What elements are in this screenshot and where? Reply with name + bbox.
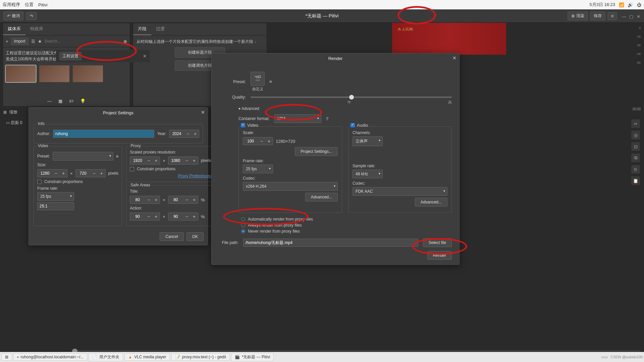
star-icon[interactable]: ★: [38, 39, 42, 44]
preset-custom-button[interactable]: 🎬: [251, 72, 265, 86]
menu-location[interactable]: 位置: [25, 2, 34, 8]
task-item[interactable]: 📝proxy.mov.text (~) - gedit: [171, 353, 230, 361]
cut-tool-icon[interactable]: ✂: [631, 119, 640, 128]
advanced-button[interactable]: Advanced...: [415, 198, 447, 206]
quality-label: Quality:: [219, 95, 246, 100]
add-icon[interactable]: +: [6, 39, 8, 44]
minimize-icon[interactable]: —: [622, 14, 626, 18]
dialog-title: Render: [328, 56, 343, 61]
layer-icon[interactable]: ▭: [6, 120, 10, 125]
tab-media[interactable]: 媒体库: [3, 23, 25, 35]
project-settings-button[interactable]: 工程设置: [59, 52, 82, 60]
width-spinner[interactable]: −+: [37, 169, 67, 177]
clear-search-icon[interactable]: ⊗: [123, 39, 127, 44]
help-icon[interactable]: ?: [326, 116, 328, 121]
list-view-icon[interactable]: ☰: [31, 39, 35, 44]
close-icon[interactable]: ✕: [637, 14, 641, 18]
maximize-icon[interactable]: ▢: [629, 14, 633, 18]
menu-apps[interactable]: 应用程序: [3, 2, 20, 8]
task-item[interactable]: ▲VLC media player: [124, 353, 170, 361]
advanced-toggle[interactable]: ▾ Advanced: [238, 106, 452, 111]
import-button[interactable]: Import: [11, 38, 29, 45]
proxy-auto-radio[interactable]: [241, 217, 245, 221]
preset-label: Preset:: [37, 154, 50, 159]
save-button[interactable]: 保存: [590, 11, 605, 20]
cancel-button[interactable]: Cancel: [160, 232, 183, 241]
quality-slider[interactable]: 中高: [251, 97, 452, 98]
close-button[interactable]: ✕: [452, 55, 457, 61]
audio-checkbox[interactable]: [351, 123, 355, 127]
group-tool-icon[interactable]: ⊡: [631, 142, 640, 151]
media-thumb[interactable]: [39, 65, 69, 82]
power-icon[interactable]: ⏻: [637, 2, 641, 7]
copy-tool-icon[interactable]: ⎘: [631, 165, 640, 174]
project-settings-button[interactable]: Project Settings...: [295, 147, 338, 156]
scale-spinner[interactable]: −+: [243, 137, 273, 145]
vcodec-select[interactable]: x264 H.264: [243, 182, 338, 191]
title2-spinner[interactable]: −+: [168, 196, 198, 204]
framerate-select[interactable]: 25 fps: [243, 165, 273, 173]
constrain-checkbox[interactable]: [37, 180, 42, 184]
tab-clip[interactable]: 片段: [133, 23, 151, 35]
framerate-select[interactable]: 25 fps: [37, 192, 74, 201]
task-item[interactable]: 🎬*无标题 — Pitivi: [231, 353, 274, 361]
audio-label: Audio: [357, 123, 368, 128]
pw-spinner[interactable]: −+: [130, 157, 160, 165]
tag-icon[interactable]: 🏷: [69, 99, 73, 104]
constrain-checkbox-2[interactable]: [130, 167, 134, 171]
render-submit-button[interactable]: Render: [427, 251, 452, 260]
expand-icon[interactable]: ⊞: [3, 110, 7, 115]
acodec-select[interactable]: FDK AAC: [353, 187, 447, 196]
wifi-icon[interactable]: 📶: [619, 2, 624, 7]
select-file-button[interactable]: Select file: [423, 238, 452, 247]
year-spinner[interactable]: −+: [169, 130, 199, 138]
menu-appname[interactable]: Pitivi: [38, 2, 47, 7]
proxy-label: Proxy: [129, 143, 142, 148]
align-tool-icon[interactable]: ◎: [631, 131, 640, 139]
media-thumb[interactable]: [73, 65, 103, 82]
container-select[interactable]: MP4: [274, 114, 321, 123]
volume-icon[interactable]: 🔊: [628, 2, 633, 7]
channels-select[interactable]: 立体声: [353, 136, 383, 146]
tab-transition[interactable]: 过渡: [151, 23, 169, 35]
close-msg-icon[interactable]: ✕: [143, 54, 147, 59]
grid-icon[interactable]: ▦: [58, 99, 62, 104]
action2-spinner[interactable]: −+: [168, 213, 198, 221]
render-button[interactable]: ⚙ 渲染: [568, 11, 588, 20]
media-thumb[interactable]: [6, 65, 36, 82]
show-desktop-button[interactable]: ⊞: [1, 353, 12, 361]
proxy-always-radio[interactable]: [241, 223, 245, 227]
ok-button[interactable]: OK: [186, 232, 204, 241]
taskbar: ⊞ ▪ruhong@localhost.localdomain:~/... 📄用…: [0, 352, 644, 362]
task-item[interactable]: ▪ruhong@localhost.localdomain:~/...: [13, 353, 87, 361]
preset-menu-icon[interactable]: ≡: [269, 79, 272, 84]
title1-spinner[interactable]: −+: [130, 196, 160, 204]
redo-button[interactable]: ↷: [26, 12, 37, 20]
sample-label: Sample rate:: [353, 164, 447, 168]
ungroup-tool-icon[interactable]: ⧉: [631, 154, 640, 162]
minus-icon[interactable]: —: [47, 99, 52, 104]
bulb-icon[interactable]: 💡: [80, 99, 86, 104]
sample-select[interactable]: 48 kHz: [353, 170, 383, 178]
proxy-never-radio[interactable]: [241, 229, 245, 233]
action1-spinner[interactable]: −+: [130, 213, 160, 221]
px-label: pixels: [108, 171, 119, 176]
close-button[interactable]: ✕: [201, 110, 205, 115]
height-spinner[interactable]: −+: [75, 169, 106, 177]
ratio-input[interactable]: [37, 202, 74, 210]
tab-effects[interactable]: 特效库: [25, 23, 48, 35]
preset-select[interactable]: [53, 152, 113, 161]
menu-button[interactable]: ≡: [607, 12, 617, 20]
undo-button[interactable]: ↶ 撤消: [3, 11, 23, 20]
video-checkbox[interactable]: [241, 123, 245, 127]
author-input[interactable]: [53, 130, 155, 138]
ph-spinner[interactable]: −+: [168, 157, 198, 165]
proxy-preferences-link[interactable]: Proxy Preferences: [178, 174, 211, 178]
menu-icon[interactable]: ≡: [116, 154, 119, 159]
task-item[interactable]: 📄用户文件夹: [89, 353, 123, 361]
advanced-button[interactable]: Advanced...: [305, 193, 338, 201]
paste-tool-icon[interactable]: 📋: [631, 176, 640, 185]
search-input[interactable]: [45, 39, 121, 44]
workspace-switcher[interactable]: ▭▭: [601, 355, 608, 359]
filepath-input[interactable]: [243, 239, 418, 247]
